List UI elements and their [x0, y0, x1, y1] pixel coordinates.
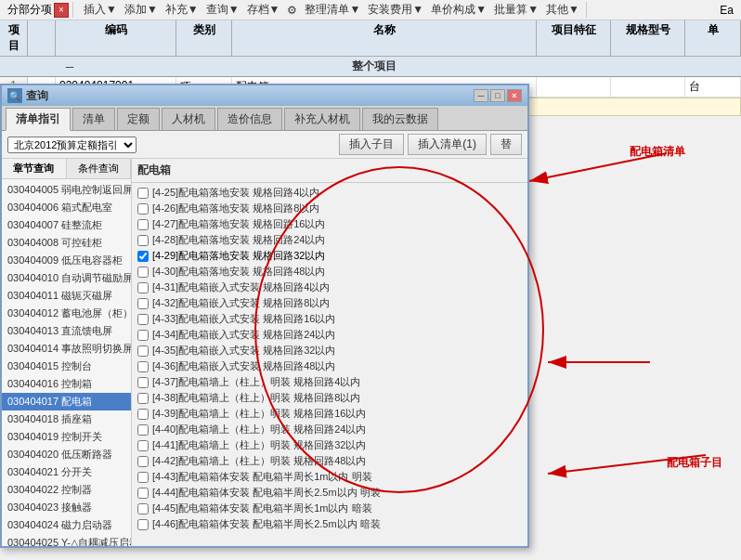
checklist-item[interactable]: [4-27]配电箱落地安装 规格回路16以内: [136, 216, 524, 232]
left-list-item[interactable]: 030404013 直流馈电屏: [2, 322, 131, 340]
dialog-maximize-button[interactable]: □: [490, 89, 505, 102]
left-list-item[interactable]: 030404010 自动调节磁励屏: [2, 269, 131, 287]
left-list-item[interactable]: 030404025 Y-△自耦减压启动...: [2, 534, 131, 546]
replace-button[interactable]: 替: [490, 134, 522, 155]
left-list-item[interactable]: 030404012 蓄电池屏（柜）: [2, 305, 131, 322]
unit-composition-button[interactable]: 单价构成▼: [428, 1, 489, 19]
query-button[interactable]: 查询▼: [203, 1, 242, 19]
insert-child-button[interactable]: 插入子目: [339, 134, 404, 155]
left-list-item[interactable]: 030404023 接触器: [2, 499, 131, 516]
checklist-checkbox[interactable]: [137, 377, 149, 388]
left-list-item[interactable]: 030404008 可控硅柜: [2, 234, 131, 252]
left-list-item[interactable]: 030404011 磁轭灭磁屏: [2, 287, 131, 305]
checklist-checkbox[interactable]: [137, 251, 149, 262]
install-fee-button[interactable]: 安装费用▼: [365, 1, 426, 19]
tab-qingdan-guide[interactable]: 清单指引: [6, 108, 71, 131]
left-list-item[interactable]: 030404021 分开关: [2, 463, 131, 481]
checklist-item[interactable]: [4-37]配电箱墙上（柱上）明装 规格回路4以内: [136, 374, 524, 390]
tab-qingdan[interactable]: 清单: [72, 108, 115, 130]
checklist-checkbox[interactable]: [137, 330, 149, 341]
checklist-item[interactable]: [4-36]配电箱嵌入式安装 规格回路48以内: [136, 358, 524, 374]
tab-zaojia[interactable]: 造价信息: [217, 108, 282, 130]
tab-buchong[interactable]: 补充人材机: [284, 108, 360, 130]
sub-tab-chapter[interactable]: 章节查询: [2, 159, 67, 178]
checklist-item[interactable]: [4-44]配电箱箱体安装 配电箱半周长2.5m以内 明装: [136, 485, 524, 501]
cleanup-button[interactable]: 整理清单▼: [302, 1, 363, 19]
tab-cloud[interactable]: 我的云数据: [362, 108, 438, 130]
preset-dropdown[interactable]: 北京2012预算定额指引: [7, 137, 136, 153]
insert-button[interactable]: 插入▼: [81, 1, 120, 19]
checklist-checkbox[interactable]: [137, 409, 149, 420]
checklist-checkbox[interactable]: [137, 393, 149, 404]
checklist-item[interactable]: [4-42]配电箱墙上（柱上）明装 规格回路48以内: [136, 453, 524, 469]
checklist-checkbox[interactable]: [137, 456, 149, 467]
dialog-minimize-button[interactable]: ─: [474, 89, 488, 102]
batch-calc-button[interactable]: 批量算▼: [491, 1, 541, 19]
left-list-item[interactable]: 030404006 箱式配电室: [2, 199, 131, 216]
dialog-close-button[interactable]: ×: [507, 89, 522, 102]
sub-tab-condition[interactable]: 条件查询: [67, 159, 132, 178]
checklist-checkbox[interactable]: [137, 298, 149, 309]
checklist-item[interactable]: [4-41]配电箱墙上（柱上）明装 规格回路32以内: [136, 437, 524, 453]
checklist-item[interactable]: [4-40]配电箱墙上（柱上）明装 规格回路24以内: [136, 422, 524, 437]
checklist-item[interactable]: [4-38]配电箱墙上（柱上）明装 规格回路8以内: [136, 390, 524, 406]
checklist-checkbox[interactable]: [137, 282, 149, 293]
checklist-item[interactable]: [4-25]配电箱落地安装 规格回路4以内: [136, 185, 524, 201]
checklist-item[interactable]: [4-29]配电箱落地安装 规格回路32以内: [136, 248, 524, 264]
checklist-item[interactable]: [4-33]配电箱嵌入式安装 规格回路16以内: [136, 311, 524, 327]
left-list-item[interactable]: 030404024 磁力启动器: [2, 516, 131, 534]
checklist-checkbox[interactable]: [137, 235, 149, 246]
left-list-item[interactable]: 030404014 事故照明切换屏: [2, 340, 131, 358]
checklist-checkbox[interactable]: [137, 472, 149, 483]
checklist-item-label: [4-29]配电箱落地安装 规格回路32以内: [152, 249, 325, 263]
dialog-title-icon: 🔍: [7, 88, 22, 103]
checklist-checkbox[interactable]: [137, 188, 149, 199]
insert-list-button[interactable]: 插入清单(1): [408, 134, 487, 155]
checklist-checkbox[interactable]: [137, 219, 149, 230]
left-list-item[interactable]: 030404019 控制开关: [2, 428, 131, 446]
checklist-checkbox[interactable]: [137, 503, 149, 514]
checklist-item[interactable]: [4-46]配电箱箱体安装 配电箱半周长2.5m以内 暗装: [136, 516, 524, 532]
tab-dinge[interactable]: 定额: [117, 108, 160, 130]
minus-icon[interactable]: ─: [66, 60, 74, 73]
checklist-item-label: [4-40]配电箱墙上（柱上）明装 规格回路24以内: [152, 423, 366, 436]
checklist-checkbox[interactable]: [137, 314, 149, 325]
checklist-checkbox[interactable]: [137, 361, 149, 372]
section-close-button[interactable]: ×: [54, 3, 69, 18]
left-list-item[interactable]: 030404007 硅整流柜: [2, 216, 131, 234]
checklist-item[interactable]: [4-39]配电箱墙上（柱上）明装 规格回路16以内: [136, 406, 524, 422]
checklist-item[interactable]: [4-32]配电箱嵌入式安装 规格回路8以内: [136, 295, 524, 311]
query-dialog: 🔍 查询 ─ □ × 清单指引 清单 定额 人材机 造价信息 补充人材机 我的云…: [0, 84, 529, 548]
left-list-item[interactable]: 030404016 控制箱: [2, 375, 131, 393]
checklist-checkbox[interactable]: [137, 267, 149, 278]
checklist-item[interactable]: [4-35]配电箱嵌入式安装 规格回路32以内: [136, 343, 524, 358]
left-list-item[interactable]: 030404015 控制台: [2, 358, 131, 375]
left-list-item[interactable]: 030404005 弱电控制返回屏: [2, 181, 131, 199]
checklist-item[interactable]: [4-28]配电箱落地安装 规格回路24以内: [136, 232, 524, 248]
other-button[interactable]: 其他▼: [543, 1, 582, 19]
checklist-item[interactable]: [4-34]配电箱嵌入式安装 规格回路24以内: [136, 327, 524, 343]
checklist-checkbox[interactable]: [137, 519, 149, 530]
section-label: 分部分项: [7, 2, 52, 18]
checklist-item[interactable]: [4-31]配电箱嵌入式安装 规格回路4以内: [136, 280, 524, 295]
left-list-item[interactable]: 030404018 插座箱: [2, 410, 131, 428]
checklist-checkbox[interactable]: [137, 345, 149, 357]
checklist-checkbox[interactable]: [137, 424, 149, 436]
left-list-item[interactable]: 030404020 低压断路器: [2, 446, 131, 463]
left-list-item[interactable]: 030404022 控制器: [2, 481, 131, 499]
settings-icon[interactable]: ⚙: [284, 3, 300, 18]
checklist-item[interactable]: [4-43]配电箱箱体安装 配电箱半周长1m以内 明装: [136, 469, 524, 485]
checklist-checkbox[interactable]: [137, 203, 149, 215]
replenish-button[interactable]: 补充▼: [162, 1, 202, 19]
ea-label: Ea: [720, 4, 737, 17]
checklist-item[interactable]: [4-45]配电箱箱体安装 配电箱半周长1m以内 暗装: [136, 501, 524, 516]
tab-rencaiji[interactable]: 人材机: [162, 108, 215, 130]
save-button[interactable]: 存档▼: [244, 1, 283, 19]
add-button[interactable]: 添加▼: [122, 1, 161, 19]
left-list-item[interactable]: 030404017 配电箱: [2, 393, 131, 410]
left-list-item[interactable]: 030404009 低压电容器柜: [2, 252, 131, 269]
checklist-item[interactable]: [4-30]配电箱落地安装 规格回路48以内: [136, 264, 524, 280]
checklist-checkbox[interactable]: [137, 440, 149, 451]
checklist-checkbox[interactable]: [137, 488, 149, 499]
checklist-item[interactable]: [4-26]配电箱落地安装 规格回路8以内: [136, 201, 524, 216]
